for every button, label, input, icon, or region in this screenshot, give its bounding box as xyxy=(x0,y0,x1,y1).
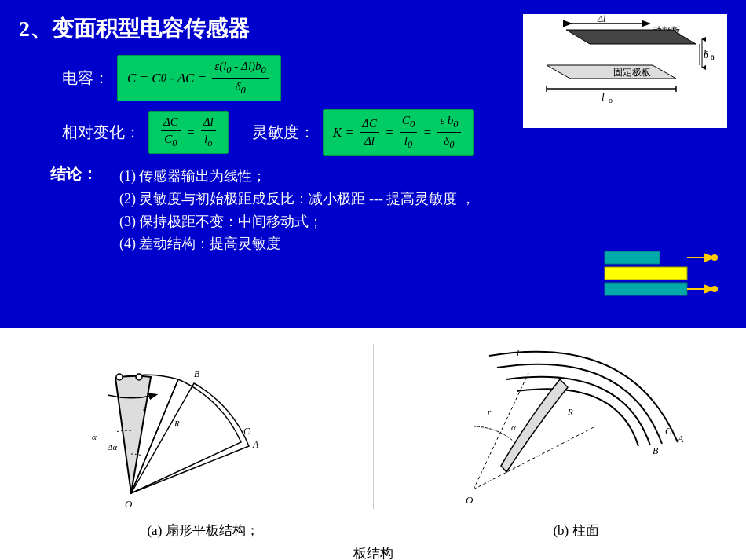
svg-text:B: B xyxy=(653,445,659,456)
svg-text:O: O xyxy=(125,498,133,510)
top-right-diagram: Δl 动极板 b 0 固定极板 δ 0 l o xyxy=(523,14,727,128)
svg-point-34 xyxy=(116,374,123,380)
svg-text:r: r xyxy=(143,403,147,412)
svg-text:固定极板: 固定极板 xyxy=(613,67,651,78)
svg-rect-20 xyxy=(605,251,660,264)
conclusion-title: 结论： xyxy=(50,163,97,255)
caption-a: (a) 扇形平板结构； xyxy=(147,522,258,540)
svg-text:R: R xyxy=(174,419,180,428)
main-page: 2、变面积型电容传感器 Δl 动极板 b 0 固定极板 δ 0 xyxy=(0,0,746,560)
svg-text:l: l xyxy=(517,348,519,357)
conclusion-1: (1) 传感器输出为线性； xyxy=(119,165,475,188)
bottom-diagrams: Δα α R r O A C xyxy=(0,328,746,517)
capacitance-formula: C = C0 - ΔC = ε(l0 - Δl)b0 δ0 xyxy=(117,55,281,101)
svg-rect-18 xyxy=(605,283,687,295)
caption-c: 板结构 xyxy=(353,546,393,560)
svg-line-44 xyxy=(474,426,595,489)
svg-text:o: o xyxy=(609,96,613,104)
svg-rect-19 xyxy=(605,267,687,280)
svg-text:C: C xyxy=(665,426,672,437)
svg-point-23 xyxy=(711,254,718,261)
svg-text:α: α xyxy=(92,432,97,441)
svg-text:C: C xyxy=(243,426,250,437)
relative-formula: ΔC C0 = Δl lo xyxy=(148,111,229,154)
svg-text:α: α xyxy=(511,423,516,432)
sensitivity-label: 灵敏度： xyxy=(252,122,315,143)
svg-text:l: l xyxy=(602,91,605,103)
relative-label: 相对变化： xyxy=(62,122,141,143)
svg-point-24 xyxy=(711,286,718,292)
right-capacitor-diagram xyxy=(597,228,722,314)
svg-text:Δα: Δα xyxy=(107,442,117,452)
caption-b: (b) 柱面 xyxy=(553,522,598,540)
svg-text:Δl: Δl xyxy=(597,14,606,24)
svg-marker-8 xyxy=(547,65,676,79)
diagram-cylinder: α R r O l A C B xyxy=(374,336,731,517)
conclusions-list: (1) 传感器输出为线性； (2) 灵敏度与初始极距成反比：减小极距 --- 提… xyxy=(119,165,475,255)
caption-c-row: 板结构 xyxy=(0,544,746,560)
svg-text:O: O xyxy=(466,494,474,506)
svg-text:R: R xyxy=(567,407,573,416)
bottom-area: Δα α R r O A C xyxy=(0,328,746,560)
bottom-captions: (a) 扇形平板结构； (b) 柱面 xyxy=(0,517,746,544)
svg-marker-7 xyxy=(566,30,696,44)
svg-text:r: r xyxy=(488,407,492,416)
svg-text:0: 0 xyxy=(711,54,715,62)
svg-text:δ: δ xyxy=(704,49,708,60)
conclusion-4: (4) 差动结构：提高灵敏度 xyxy=(119,232,475,255)
conclusion-2: (2) 灵敏度与初始极距成反比：减小极距 --- 提高灵敏度 ， xyxy=(119,188,475,210)
sensitivity-formula: K = ΔC Δl = C0 l0 = ε b0 δ0 xyxy=(323,109,474,156)
diagram-fan: Δα α R r O A C xyxy=(16,336,373,517)
svg-text:A: A xyxy=(677,434,684,445)
capacitance-label: 电容： xyxy=(62,68,109,89)
svg-point-33 xyxy=(136,374,142,380)
svg-text:A: A xyxy=(252,439,259,450)
svg-text:B: B xyxy=(194,368,200,379)
conclusion-3: (3) 保持极距不变：中间移动式； xyxy=(119,210,475,233)
